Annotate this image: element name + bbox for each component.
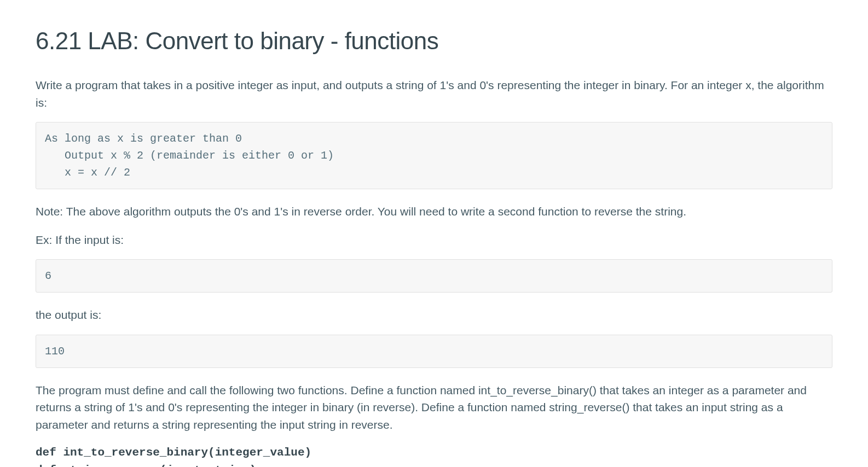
page-title: 6.21 LAB: Convert to binary - functions xyxy=(36,27,832,55)
algorithm-codeblock: As long as x is greater than 0 Output x … xyxy=(36,122,832,189)
example-input-codeblock: 6 xyxy=(36,259,832,293)
example-output-codeblock: 110 xyxy=(36,335,832,368)
example-input-label: Ex: If the input is: xyxy=(36,231,832,249)
function-requirements-paragraph: The program must define and call the fol… xyxy=(36,382,832,434)
document-container: 6.21 LAB: Convert to binary - functions … xyxy=(0,0,868,467)
function-definitions: def int_to_reverse_binary(integer_value)… xyxy=(36,444,832,467)
example-output-label: the output is: xyxy=(36,306,832,324)
intro-paragraph: Write a program that takes in a positive… xyxy=(36,77,832,111)
note-paragraph: Note: The above algorithm outputs the 0'… xyxy=(36,203,832,220)
